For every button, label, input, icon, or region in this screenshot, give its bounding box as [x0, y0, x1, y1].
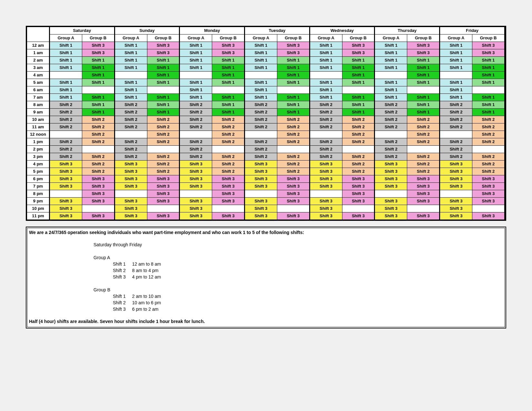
shift-cell [147, 205, 180, 212]
time-label: 1 am [27, 49, 50, 57]
desc-groupB-schedule: Shift 12 am to 10 amShift 210 am to 6 pm… [113, 293, 167, 312]
shift-cell: Shift 1 [82, 79, 114, 86]
shift-cell [212, 205, 245, 212]
shift-cell [440, 72, 472, 79]
shift-cell: Shift 1 [375, 86, 407, 94]
shift-cell: Shift 3 [82, 212, 114, 220]
shift-cell [180, 72, 212, 79]
desc-footnote: Half (4 hour) shifts are available. Seve… [29, 318, 503, 325]
shift-cell [310, 72, 342, 79]
shift-cell: Shift 3 [212, 42, 245, 49]
shift-cell: Shift 3 [472, 175, 505, 183]
shift-cell: Shift 1 [50, 64, 82, 72]
shift-cell: Shift 3 [342, 183, 375, 190]
shift-cell: Shift 1 [277, 72, 310, 79]
shift-cell: Shift 2 [82, 153, 114, 161]
shift-cell: Shift 3 [147, 212, 180, 220]
shift-cell: Shift 2 [50, 116, 82, 123]
shift-cell: Shift 3 [310, 212, 342, 220]
shift-cell: Shift 1 [212, 64, 245, 72]
shift-cell: Shift 3 [342, 175, 375, 183]
shift-cell: Shift 2 [277, 138, 310, 146]
shift-cell: Shift 3 [277, 42, 310, 49]
shift-cell: Shift 1 [472, 109, 505, 116]
shift-cell: Shift 3 [375, 205, 407, 212]
day-header: Saturday [50, 27, 115, 34]
shift-cell: Shift 3 [407, 42, 440, 49]
shift-cell: Shift 2 [472, 138, 505, 146]
shift-cell: Shift 1 [50, 57, 82, 64]
shift-cell: Shift 1 [114, 49, 147, 57]
shift-cell: Shift 1 [180, 94, 212, 101]
shift-cell: Shift 1 [310, 64, 342, 72]
shift-cell: Shift 1 [114, 79, 147, 86]
shift-cell: Shift 3 [407, 190, 440, 198]
shift-cell: Shift 2 [310, 116, 342, 123]
shift-cell: Shift 3 [82, 42, 114, 49]
shift-cell: Shift 2 [407, 168, 440, 175]
shift-cell: Shift 1 [147, 94, 180, 101]
shift-cell: Shift 3 [82, 198, 114, 205]
shift-cell: Shift 2 [50, 153, 82, 161]
shift-cell: Shift 1 [342, 57, 375, 64]
shift-cell: Shift 3 [245, 212, 277, 220]
shift-cell [50, 190, 82, 198]
shift-cell: Shift 2 [212, 138, 245, 146]
shift-cell: Shift 1 [310, 42, 342, 49]
shift-cell: Shift 3 [114, 168, 147, 175]
shift-cell: Shift 3 [310, 161, 342, 168]
shift-cell: Shift 2 [147, 161, 180, 168]
shift-cell: Shift 1 [440, 79, 472, 86]
shift-cell: Shift 3 [342, 212, 375, 220]
shift-cell: Shift 3 [407, 198, 440, 205]
time-label: 12 am [27, 42, 50, 49]
shift-cell: Shift 3 [440, 205, 472, 212]
shift-cell [114, 190, 147, 198]
shift-cell: Shift 2 [50, 146, 82, 153]
desc-headline: We are a 24/7/365 operation seeking indi… [29, 229, 503, 236]
shift-cell: Shift 2 [212, 161, 245, 168]
shift-cell: Shift 3 [310, 175, 342, 183]
shift-cell: Shift 1 [212, 79, 245, 86]
shift-cell: Shift 3 [440, 168, 472, 175]
time-label: 2 pm [27, 146, 50, 153]
shift-cell: Shift 3 [310, 205, 342, 212]
shift-cell [114, 72, 147, 79]
shift-cell [245, 72, 277, 79]
shift-cell: Shift 2 [245, 116, 277, 123]
shift-cell: Shift 3 [180, 175, 212, 183]
time-label: 10 am [27, 116, 50, 123]
shift-cell [375, 131, 407, 138]
shift-cell: Shift 1 [82, 109, 114, 116]
shift-cell: Shift 1 [180, 86, 212, 94]
shift-cell: Shift 2 [180, 116, 212, 123]
time-label: 3 am [27, 64, 50, 72]
shift-cell: Shift 2 [277, 168, 310, 175]
shift-cell: Shift 2 [342, 123, 375, 131]
schedule-table-container: SaturdaySundayMondayTuesdayWednesdayThur… [26, 26, 506, 221]
shift-cell [310, 190, 342, 198]
shift-cell: Shift 2 [180, 153, 212, 161]
shift-cell: Shift 2 [310, 109, 342, 116]
shift-cell: Shift 3 [375, 212, 407, 220]
desc-time: 2 am to 10 am [132, 293, 168, 299]
shift-cell: Shift 2 [277, 131, 310, 138]
desc-groupB-label: Group B [94, 287, 503, 293]
shift-cell: Shift 2 [342, 161, 375, 168]
shift-cell: Shift 1 [180, 64, 212, 72]
shift-cell: Shift 3 [472, 49, 505, 57]
shift-cell: Shift 2 [277, 153, 310, 161]
shift-cell: Shift 1 [342, 79, 375, 86]
shift-cell: Shift 2 [277, 161, 310, 168]
shift-cell [472, 205, 505, 212]
shift-cell [245, 190, 277, 198]
shift-cell: Shift 3 [375, 175, 407, 183]
shift-cell: Shift 1 [440, 49, 472, 57]
shift-cell: Shift 1 [50, 42, 82, 49]
time-label: 11 pm [27, 212, 50, 220]
shift-cell: Shift 3 [82, 175, 114, 183]
shift-cell: Shift 2 [147, 153, 180, 161]
shift-cell: Shift 1 [180, 49, 212, 57]
desc-shift: Shift 3 [113, 306, 132, 312]
shift-cell: Shift 1 [342, 101, 375, 109]
